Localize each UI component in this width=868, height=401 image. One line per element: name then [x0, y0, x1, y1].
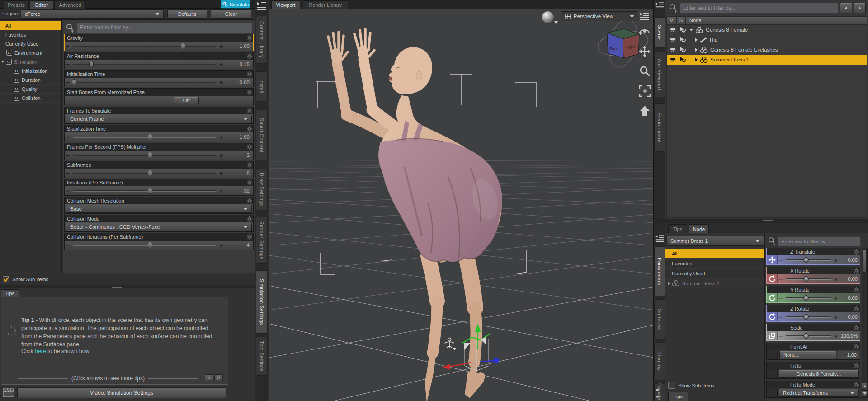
start-bones-toggle[interactable]: Off	[174, 97, 199, 104]
expander-icon[interactable]	[695, 48, 698, 52]
tree-row-genesis-8-female[interactable]: Genesis 8 Female	[667, 25, 867, 35]
z-translate-value[interactable]: 0.00	[839, 257, 860, 263]
collision-mesh-resolution-select[interactable]: Base	[66, 205, 252, 213]
air-resistance-slider[interactable]	[73, 64, 216, 65]
gear-icon[interactable]	[854, 268, 859, 274]
slider-handle[interactable]	[181, 43, 185, 49]
gear-icon[interactable]	[247, 198, 252, 203]
frame-icon[interactable]	[639, 85, 651, 97]
stabilization-time-slider[interactable]	[73, 137, 216, 138]
y-rotate-value[interactable]: 0.00	[839, 295, 860, 301]
tab-editor[interactable]: Editor	[30, 0, 53, 9]
column-selectable[interactable]: S	[677, 17, 686, 24]
subframes-value[interactable]: 8	[224, 170, 253, 176]
collision-iterations-value[interactable]: 4	[224, 242, 253, 248]
dock-tab-smart-content[interactable]: Smart Content	[256, 110, 268, 160]
pane-menu-icon[interactable]	[256, 1, 267, 10]
home-view-icon[interactable]	[639, 105, 651, 117]
tab-viewport[interactable]: Viewport	[271, 0, 300, 9]
dock-tab-content-library[interactable]: Content Library	[256, 16, 268, 64]
view-orientation-cube[interactable]: Back Right	[596, 16, 650, 70]
x-rotate-value[interactable]: 0.00	[839, 276, 860, 282]
dock-tab-transfer[interactable]: Transfer	[654, 383, 665, 401]
slider-handle[interactable]	[148, 134, 152, 140]
gear-icon[interactable]	[247, 108, 252, 113]
pan-camera-icon[interactable]	[639, 46, 651, 57]
eye-icon[interactable]	[669, 57, 677, 63]
z-rotate-slider[interactable]	[786, 316, 831, 318]
y-rotate-slider[interactable]	[786, 297, 831, 299]
z-translate-slider[interactable]	[786, 259, 831, 261]
expander-icon[interactable]	[695, 38, 698, 42]
slider-handle[interactable]	[89, 61, 94, 67]
slider-handle[interactable]	[148, 170, 152, 176]
tab-presets[interactable]: Presets	[4, 0, 29, 9]
slider-handle[interactable]	[803, 276, 809, 282]
expander-icon[interactable]	[668, 282, 670, 285]
slider-handle[interactable]	[803, 257, 809, 263]
group-all[interactable]: All	[665, 249, 764, 259]
expander-icon[interactable]	[695, 58, 698, 61]
gear-icon[interactable]	[854, 325, 859, 330]
universal-tool-icon[interactable]	[444, 338, 456, 351]
dock-tab-tool-settings[interactable]: Tool Settings	[256, 337, 268, 376]
slider-handle[interactable]	[72, 79, 76, 85]
category-initialization[interactable]: GInitialization	[0, 66, 61, 75]
gear-icon[interactable]	[854, 382, 859, 387]
category-quality[interactable]: GQuality	[0, 85, 61, 94]
gear-icon[interactable]	[854, 249, 859, 255]
category-favorites[interactable]: Favorites	[0, 30, 61, 39]
scale-slider[interactable]	[786, 335, 831, 337]
dock-tab-install[interactable]: Install	[256, 71, 268, 101]
dock-tab-draw-settings[interactable]: Draw Settings	[256, 169, 268, 210]
group-currently-used[interactable]: Currently Used	[665, 269, 764, 278]
tree-row-eyelashes[interactable]: Genesis 8 Female Eyelashes	[667, 45, 867, 55]
show-sub-items-checkbox[interactable]	[668, 382, 675, 389]
viewport-canvas[interactable]: Back Right Perspective View	[269, 9, 653, 401]
gear-icon[interactable]	[247, 162, 252, 168]
fps-multiplier-value[interactable]: 2	[224, 152, 253, 158]
gravity-value[interactable]: 1.00	[224, 43, 253, 49]
filter-back-button[interactable]	[840, 3, 852, 13]
slider-handle[interactable]	[148, 242, 152, 248]
collision-mode-select[interactable]: Better - Continuous : CCD Vertex-Face	[66, 223, 252, 231]
right-horizontal-splitter[interactable]	[653, 219, 868, 223]
x-rotate-slider[interactable]	[786, 278, 831, 280]
cursor-check-icon[interactable]	[679, 37, 686, 43]
column-visible[interactable]: V	[667, 17, 677, 24]
dock-tab-aux-viewport[interactable]: Aux Viewport	[654, 52, 665, 97]
point-at-value[interactable]: 1.00	[838, 351, 859, 359]
zoom-icon[interactable]	[639, 66, 651, 77]
iterations-slider[interactable]	[73, 190, 216, 192]
dock-tab-parameters[interactable]: Parameters	[654, 246, 665, 296]
iterations-value[interactable]: 32	[224, 188, 253, 193]
frames-to-simulate-select[interactable]: Current Frame	[66, 115, 252, 123]
show-sub-items-checkbox[interactable]	[3, 276, 9, 283]
cursor-check-icon[interactable]	[679, 47, 686, 53]
tip-here-link[interactable]: here	[35, 348, 46, 354]
tree-row-hip[interactable]: Hip	[667, 35, 867, 45]
fit-to-mode-select[interactable]: Redirect Transforms	[779, 389, 859, 397]
tips-tab[interactable]: Tips	[1, 289, 19, 297]
gravity-slider[interactable]	[73, 46, 216, 47]
eye-icon[interactable]	[669, 37, 677, 43]
eye-icon[interactable]	[669, 27, 677, 33]
point-at-button[interactable]: None...	[779, 351, 836, 359]
pane-menu-icon[interactable]	[655, 1, 665, 10]
cursor-check-icon[interactable]	[679, 27, 686, 33]
next-tip-button[interactable]: >	[214, 374, 223, 381]
clear-button[interactable]: Clear	[211, 9, 251, 19]
simulate-button[interactable]: Simulate	[221, 0, 250, 9]
defaults-button[interactable]: Defaults	[167, 9, 207, 19]
collision-iterations-slider[interactable]	[73, 245, 216, 246]
drawstyle-sphere-icon[interactable]	[542, 11, 554, 24]
category-collision[interactable]: GCollision	[0, 94, 61, 103]
property-scrollbar[interactable]	[862, 248, 868, 398]
initialization-time-slider[interactable]	[73, 82, 216, 83]
initialization-time-value[interactable]: 0.00	[224, 80, 253, 85]
video-simulation-settings-button[interactable]: Video: Simulation Settings	[17, 387, 226, 398]
tab-tips[interactable]: Tips	[668, 224, 687, 233]
slider-handle[interactable]	[803, 314, 809, 320]
scroll-down-button[interactable]	[862, 390, 868, 396]
slider-handle[interactable]	[148, 188, 152, 194]
